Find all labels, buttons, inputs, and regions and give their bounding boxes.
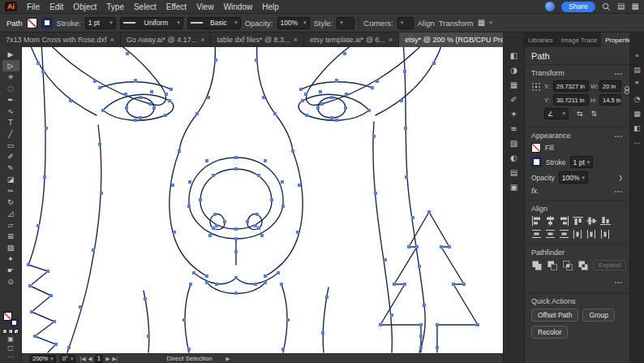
eyedropper-tool[interactable]: ✦ <box>2 253 19 265</box>
distribute-vertical-bottom-icon[interactable] <box>559 229 569 239</box>
libraries-panel-icon[interactable]: ▤ <box>633 66 641 74</box>
anchor-point[interactable] <box>304 93 307 96</box>
gradient-button[interactable] <box>8 329 13 334</box>
distribute-horizontal-left-icon[interactable] <box>573 229 583 239</box>
color-strip-icon[interactable]: ◧ <box>633 124 641 132</box>
anchor-point[interactable] <box>403 70 406 73</box>
menu-view[interactable]: View <box>191 2 219 11</box>
anchor-point[interactable] <box>305 114 308 117</box>
anchor-point[interactable] <box>436 346 439 349</box>
menu-help[interactable]: Help <box>257 2 284 11</box>
stroke-panel-icon[interactable]: ≡ <box>510 124 517 133</box>
rotation-angle-dropdown[interactable]: ∠▾ <box>544 108 569 119</box>
anchor-point[interactable] <box>27 263 30 266</box>
menu-object[interactable]: Object <box>68 2 101 11</box>
anchor-point[interactable] <box>215 224 218 227</box>
anchor-point[interactable] <box>199 198 202 201</box>
menu-file[interactable]: File <box>22 2 45 11</box>
panel-tab-image-trace[interactable]: Image Trace <box>557 32 601 47</box>
anchor-point[interactable] <box>393 283 396 286</box>
anchor-point[interactable] <box>325 296 328 299</box>
anchor-point[interactable] <box>41 70 45 73</box>
anchor-point[interactable] <box>208 234 212 237</box>
transparency-panel-icon[interactable]: ◐ <box>510 153 517 162</box>
artboards-panel-icon[interactable]: ▣ <box>510 183 517 192</box>
anchor-point[interactable] <box>125 106 128 110</box>
anchor-point[interactable] <box>192 271 195 274</box>
anchor-point[interactable] <box>124 93 127 96</box>
anchor-point[interactable] <box>246 220 249 223</box>
anchor-point[interactable] <box>43 175 46 179</box>
anchor-point[interactable] <box>126 52 129 55</box>
anchor-point[interactable] <box>234 167 238 171</box>
color-panel-icon[interactable]: ◧ <box>510 51 517 60</box>
exclude-icon[interactable] <box>577 260 589 270</box>
artwork-path[interactable] <box>28 47 97 115</box>
anchor-point[interactable] <box>436 323 439 326</box>
artwork-path[interactable] <box>281 284 287 352</box>
status-expand-icon[interactable]: ▶ <box>226 356 230 362</box>
anchor-point[interactable] <box>400 99 403 102</box>
rotate-tool[interactable]: ↻ <box>2 197 19 208</box>
artwork-path[interactable] <box>103 94 174 120</box>
anchor-point[interactable] <box>205 274 208 278</box>
h-input[interactable]: 14.5 in <box>599 94 621 106</box>
artwork-path[interactable] <box>67 125 101 352</box>
anchor-point[interactable] <box>30 310 33 313</box>
anchor-point[interactable] <box>335 119 338 122</box>
rotation-dropdown[interactable]: 0°▾ <box>60 355 76 363</box>
comments-panel-icon[interactable]: ❞ <box>635 80 639 89</box>
unite-icon[interactable] <box>531 260 543 270</box>
vertical-align-top-icon[interactable] <box>573 216 583 226</box>
anchor-point[interactable] <box>291 149 294 153</box>
anchor-point[interactable] <box>407 245 410 248</box>
tab-close-icon[interactable]: × <box>110 36 114 44</box>
artwork-path[interactable] <box>380 212 478 352</box>
fill-color-swatch[interactable] <box>27 18 37 28</box>
anchor-point[interactable] <box>150 90 153 93</box>
opacity-field[interactable]: 100%▾ <box>559 171 588 184</box>
anchor-point[interactable] <box>372 135 376 138</box>
document-tab[interactable]: etsy* @ 200 % (RGB/CPU Preview)× <box>399 32 503 47</box>
vertical-align-middle-icon[interactable] <box>586 216 597 226</box>
eraser-tool[interactable]: ◪ <box>2 174 19 185</box>
anchor-point[interactable] <box>419 346 423 349</box>
anchor-point[interactable] <box>212 227 215 230</box>
flip-vertical-icon[interactable]: ⇅ <box>591 110 598 118</box>
hand-tool[interactable]: ☛ <box>2 265 19 276</box>
anchor-point[interactable] <box>98 143 101 146</box>
brush-definition-dropdown[interactable]: Basic▾ <box>187 17 241 29</box>
anchor-point[interactable] <box>320 102 324 106</box>
anchor-point[interactable] <box>427 210 431 214</box>
anchor-point[interactable] <box>330 116 333 119</box>
anchor-point[interactable] <box>286 318 290 322</box>
canvas-area[interactable] <box>22 47 503 353</box>
anchor-point[interactable] <box>281 348 285 351</box>
anchor-point[interactable] <box>404 127 407 130</box>
anchor-point[interactable] <box>281 180 284 184</box>
anchor-point[interactable] <box>205 281 208 284</box>
anchor-point[interactable] <box>330 96 333 99</box>
artwork-path[interactable] <box>265 151 303 276</box>
line-segment-tool[interactable]: ╱ <box>2 128 19 140</box>
type-tool[interactable]: T <box>2 117 19 128</box>
anchor-point[interactable] <box>207 96 210 99</box>
selection-tool[interactable]: ▶ <box>2 49 19 60</box>
variable-width-profile-dropdown[interactable]: Uniform▾ <box>120 17 183 29</box>
artwork-path[interactable] <box>28 47 56 352</box>
anchor-point[interactable] <box>178 149 181 153</box>
anchor-point[interactable] <box>319 90 322 93</box>
anchor-point[interactable] <box>33 335 36 338</box>
arrange-documents-icon[interactable]: ▤ <box>617 2 625 11</box>
style-dropdown[interactable]: ▾ <box>337 17 354 29</box>
edit-toolbar-icon[interactable]: ⋯ <box>7 353 14 361</box>
document-tab[interactable]: etsy template.ai* @ 6...× <box>304 32 399 47</box>
curvature-tool[interactable]: ∿ <box>2 106 19 117</box>
color-button[interactable] <box>2 329 7 334</box>
anchor-point[interactable] <box>100 192 103 195</box>
artwork-path[interactable] <box>185 284 191 352</box>
menu-window[interactable]: Window <box>219 2 258 11</box>
effects-button[interactable]: fx. <box>531 187 539 195</box>
anchor-point[interactable] <box>223 220 226 223</box>
anchor-point[interactable] <box>264 274 267 278</box>
